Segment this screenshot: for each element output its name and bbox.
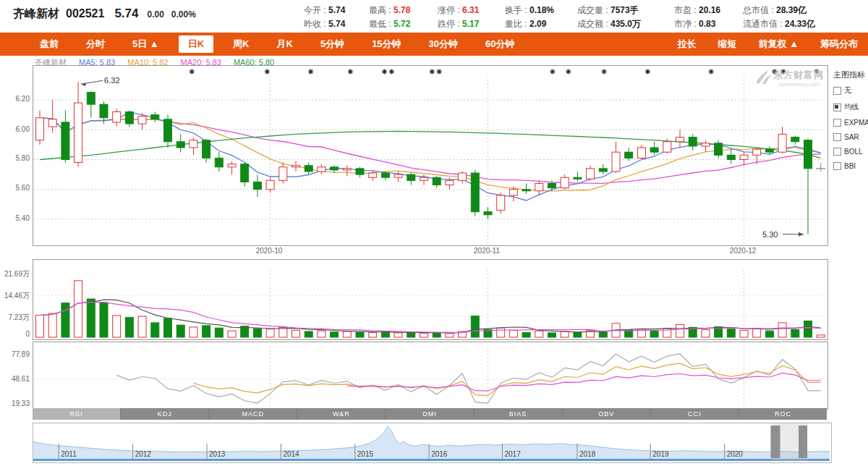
- checkbox-label: BOLL: [844, 148, 863, 156]
- period-tab-月K[interactable]: 月K: [277, 38, 293, 51]
- indicator-option-EXPMA[interactable]: EXPMA: [833, 119, 867, 127]
- rsi-chart: [33, 342, 826, 407]
- period-tab-盘前[interactable]: 盘前: [40, 38, 59, 51]
- indicator-tab-BIAS[interactable]: BIAS: [475, 408, 563, 420]
- event-marker-icon: [550, 69, 555, 75]
- volume-chart: [33, 260, 826, 338]
- checkbox-icon[interactable]: [833, 103, 841, 111]
- date-tick-2020-10: 2020-10: [247, 247, 291, 255]
- action-前复权 ▲[interactable]: 前复权 ▲: [759, 38, 799, 51]
- date-tick-2020-11: 2020-11: [465, 247, 509, 255]
- indicator-tab-RSI[interactable]: RSI: [33, 408, 121, 420]
- indicator-option-BOLL[interactable]: BOLL: [833, 148, 867, 156]
- stat-市盈: 市盈 : 20.16: [674, 4, 720, 17]
- indicator-tab-ROC[interactable]: ROC: [739, 408, 827, 420]
- indicator-option-均线[interactable]: 均线: [833, 102, 867, 112]
- stat-涨停: 涨停 : 6.31: [438, 4, 479, 17]
- main-indicator-sidebar: 主图指标 无均线EXPMASARBOLLBBI: [833, 69, 867, 177]
- stat-最低: 最低 : 5.72: [369, 18, 410, 30]
- checkbox-icon[interactable]: [833, 162, 841, 170]
- year-label-2017: 2017: [504, 450, 521, 458]
- action-缩短[interactable]: 缩短: [718, 38, 737, 51]
- header: 齐峰新材 002521 5.74 0.00 0.00% 今开 : 5.74昨收 …: [0, 0, 868, 33]
- year-label-2014: 2014: [283, 450, 299, 458]
- indicator-tab-KDJ[interactable]: KDJ: [121, 408, 209, 420]
- checkbox-icon[interactable]: [833, 87, 841, 95]
- low-price-annotation: 5.30: [762, 230, 778, 239]
- stock-change-pct: 0.00%: [171, 9, 196, 20]
- indicator-tab-bar: RSIKDJMACDW&RDMIBIASOBVCCIROC: [33, 408, 827, 420]
- action-筹码分布[interactable]: 筹码分布: [820, 38, 858, 51]
- event-marker-icon: [265, 69, 270, 75]
- stat-今开: 今开 : 5.74: [304, 4, 345, 17]
- event-marker-icon: [348, 69, 353, 75]
- year-label-2013: 2013: [209, 450, 226, 458]
- period-tab-5日 ▲[interactable]: 5日 ▲: [132, 38, 159, 51]
- checkbox-icon[interactable]: [833, 133, 841, 141]
- year-label-2012: 2012: [135, 450, 152, 458]
- event-marker-icon: [308, 69, 313, 75]
- stock-change: 0.00: [147, 9, 163, 20]
- year-label-2019: 2019: [652, 450, 669, 458]
- price-tick: 5.40: [0, 214, 30, 222]
- candlestick-chart: 6.325.30: [33, 66, 826, 244]
- indicator-tab-W&R[interactable]: W&R: [297, 408, 386, 420]
- event-marker-icon: [814, 69, 819, 75]
- checkbox-label: BBI: [844, 162, 856, 170]
- period-tab-15分钟[interactable]: 15分钟: [372, 38, 401, 51]
- event-marker-icon: [382, 69, 387, 75]
- indicator-option-BBI[interactable]: BBI: [833, 162, 867, 170]
- period-tab-周K[interactable]: 周K: [233, 38, 249, 51]
- year-label-2011: 2011: [61, 450, 77, 458]
- period-tab-分时[interactable]: 分时: [86, 38, 105, 51]
- checkbox-icon[interactable]: [833, 148, 841, 156]
- rsi-tick: 77.89: [0, 350, 30, 358]
- event-marker-icon: [437, 69, 442, 75]
- event-marker-icon: [709, 69, 714, 75]
- volume-tick: 0: [0, 330, 30, 338]
- year-label-2020: 2020: [727, 450, 744, 458]
- stat-最高: 最高 : 5.78: [369, 4, 410, 17]
- stock-price: 5.74: [114, 7, 138, 21]
- high-price-annotation: 6.32: [104, 76, 119, 85]
- indicator-tab-OBV[interactable]: OBV: [563, 408, 651, 420]
- year-label-2015: 2015: [357, 450, 374, 458]
- event-marker-icon: [430, 69, 435, 75]
- indicator-tab-DMI[interactable]: DMI: [386, 408, 474, 420]
- stat-市净: 市净 : 0.83: [674, 18, 715, 30]
- period-tab-60分钟[interactable]: 60分钟: [485, 38, 514, 51]
- period-tab-日K[interactable]: 日K: [179, 35, 213, 53]
- indicator-option-SAR[interactable]: SAR: [833, 133, 867, 141]
- navigator-chart: 2011201220132014201520162017201820192020: [33, 423, 830, 461]
- indicator-tab-CCI[interactable]: CCI: [651, 408, 739, 420]
- stat-成交额: 成交额 : 435.0万: [577, 18, 641, 30]
- indicator-option-无[interactable]: 无: [833, 85, 867, 96]
- volume-chart-panel[interactable]: [33, 259, 828, 340]
- rsi-tick: 19.33: [0, 399, 30, 407]
- checkbox-icon[interactable]: [833, 119, 841, 127]
- rsi-chart-panel[interactable]: [33, 342, 828, 410]
- period-tab-bar: 盘前分时5日 ▲日K周K月K5分钟15分钟30分钟60分钟 拉长缩短前复权 ▲筹…: [0, 33, 868, 56]
- period-tab-30分钟[interactable]: 30分钟: [429, 38, 458, 51]
- event-marker-icon: [190, 69, 195, 75]
- action-拉长[interactable]: 拉长: [678, 38, 697, 51]
- period-tab-5分钟[interactable]: 5分钟: [320, 38, 344, 51]
- volume-tick: 7.23万: [0, 313, 30, 323]
- stock-code: 002521: [66, 7, 104, 20]
- indicator-tab-MACD[interactable]: MACD: [209, 408, 297, 420]
- navigator-brush-handle-right[interactable]: [799, 426, 807, 458]
- navigator-brush-handle-left[interactable]: [771, 426, 780, 458]
- history-navigator[interactable]: 2011201220132014201520162017201820192020: [33, 423, 832, 463]
- sidebar-title: 主图指标: [833, 69, 867, 80]
- checkbox-label: SAR: [844, 133, 859, 141]
- date-tick-2020-12: 2020-12: [721, 247, 765, 255]
- price-tick: 6.00: [0, 125, 30, 133]
- checkbox-label: EXPMA: [844, 119, 868, 127]
- stat-成交量: 成交量 : 7573手: [577, 4, 639, 17]
- checkbox-label: 无: [844, 85, 851, 96]
- candlestick-chart-panel[interactable]: 6.325.30: [33, 65, 828, 246]
- event-marker-icon: [389, 69, 394, 75]
- event-marker-icon: [772, 69, 777, 75]
- checkbox-label: 均线: [844, 102, 859, 112]
- chart-actions: 拉长缩短前复权 ▲筹码分布: [656, 33, 858, 56]
